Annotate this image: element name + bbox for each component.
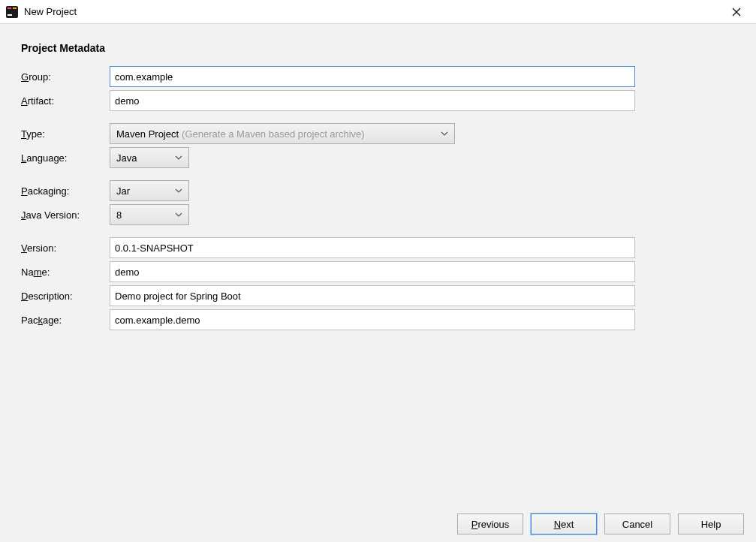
chevron-down-icon [175,188,182,193]
language-dropdown-value: Java [116,152,137,164]
type-dropdown-value: Maven Project [116,128,179,140]
chevron-down-icon [175,155,182,160]
svg-rect-1 [8,8,11,9]
page-heading: Project Metadata [21,42,735,54]
language-dropdown[interactable]: Java [110,147,189,168]
java-version-dropdown-value: 8 [116,209,122,221]
artifact-input[interactable] [110,90,635,111]
type-dropdown-hint: (Generate a Maven based project archive) [182,128,365,140]
artifact-label: Artifact: [21,92,104,110]
name-input[interactable] [110,261,635,282]
dialog-content: Project Metadata Group: com.example Arti… [0,24,756,506]
group-input[interactable]: com.example [110,66,635,87]
java-version-label: Java Version: [21,206,104,224]
package-label: Package: [21,312,104,329]
svg-rect-3 [8,14,12,16]
description-label: Description: [21,288,104,305]
chevron-down-icon [175,212,182,217]
name-label: Name: [21,263,104,281]
window-title: New Project [24,0,77,24]
type-label: Type: [21,125,104,143]
language-label: Language: [21,149,104,167]
packaging-label: Packaging: [21,182,104,200]
window-close-button[interactable] [720,1,753,23]
packaging-dropdown-value: Jar [116,185,130,197]
previous-button[interactable]: Previous [457,513,523,534]
group-label: Group: [21,68,104,86]
java-version-dropdown[interactable]: 8 [110,204,189,225]
form: Group: com.example Artifact: Type: Maven… [21,65,735,332]
dialog-footer: Previous Next Cancel Help [0,506,756,542]
package-input[interactable] [110,309,635,330]
chevron-down-icon [441,131,448,136]
packaging-dropdown[interactable]: Jar [110,180,189,201]
cancel-button[interactable]: Cancel [604,513,670,534]
svg-rect-2 [13,8,17,9]
version-label: Version: [21,239,104,257]
description-input[interactable] [110,285,635,306]
version-input[interactable] [110,237,635,258]
window-titlebar: New Project [0,0,756,24]
help-button[interactable]: Help [678,513,744,534]
type-dropdown[interactable]: Maven Project (Generate a Maven based pr… [110,123,455,144]
next-button[interactable]: Next [531,513,597,534]
app-icon [5,5,20,20]
